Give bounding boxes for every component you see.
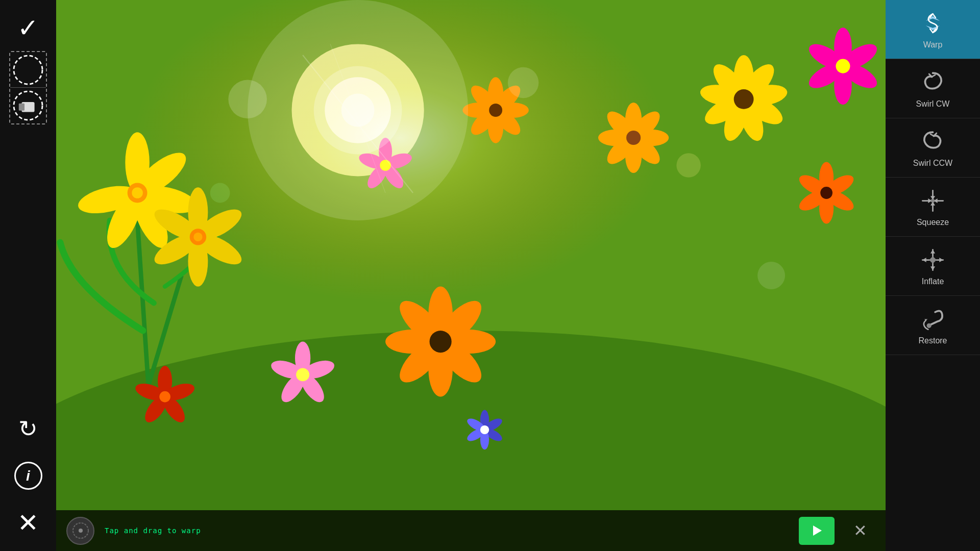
swirl-ccw-label: Swirl CCW: [913, 159, 952, 168]
svg-line-93: [330, 44, 385, 193]
svg-point-61: [158, 366, 172, 396]
svg-point-64: [141, 392, 170, 425]
canvas-image: [56, 0, 886, 551]
warp-tool-button[interactable]: Warp: [886, 0, 980, 59]
svg-point-124: [931, 199, 935, 203]
svg-point-26: [193, 233, 202, 241]
svg-point-111: [210, 183, 230, 203]
squeeze-label: Squeeze: [917, 218, 949, 227]
left-bottom-controls: ↻ i ✕: [10, 411, 46, 541]
svg-point-0: [14, 56, 42, 84]
svg-point-98: [796, 187, 830, 215]
inflate-button[interactable]: Inflate: [886, 237, 980, 296]
svg-point-95: [823, 171, 856, 199]
cancel-button[interactable]: ✕: [10, 505, 46, 541]
svg-point-21: [193, 229, 246, 270]
circle-brush-button[interactable]: [10, 52, 46, 88]
svg-point-42: [625, 103, 642, 138]
hint-text: Tap and drag to warp: [105, 527, 789, 535]
svg-point-22: [188, 237, 208, 286]
swirl-cw-button[interactable]: Swirl CW: [886, 59, 980, 118]
svg-point-24: [150, 204, 203, 245]
svg-marker-126: [930, 266, 935, 270]
right-sidebar: Warp Swirl CW Swirl CCW: [886, 0, 980, 551]
svg-point-110: [676, 153, 701, 178]
svg-point-17: [128, 183, 148, 203]
svg-point-101: [834, 28, 852, 66]
svg-line-10: [149, 276, 182, 386]
main-canvas[interactable]: Tap and drag to warp ✕: [56, 0, 886, 551]
svg-point-78: [465, 416, 487, 433]
svg-point-67: [295, 342, 310, 375]
svg-point-85: [393, 333, 449, 389]
svg-point-23: [150, 229, 203, 270]
svg-point-134: [927, 323, 932, 328]
svg-point-14: [127, 188, 175, 253]
svg-point-18: [132, 187, 143, 198]
svg-point-53: [742, 82, 789, 109]
warp-label: Warp: [923, 40, 943, 49]
svg-point-103: [839, 59, 881, 93]
close-bottom-button[interactable]: ✕: [845, 517, 875, 545]
svg-point-7: [325, 77, 391, 143]
svg-point-19: [188, 187, 208, 237]
svg-point-69: [297, 370, 329, 406]
svg-point-68: [300, 357, 336, 382]
svg-point-77: [465, 426, 487, 443]
restore-button[interactable]: Restore: [886, 296, 980, 355]
svg-line-9: [137, 220, 149, 386]
svg-point-27: [488, 77, 503, 110]
info-button[interactable]: i: [14, 462, 42, 490]
svg-point-12: [130, 145, 192, 202]
svg-point-25: [190, 229, 206, 245]
svg-marker-128: [930, 249, 935, 253]
svg-point-40: [357, 151, 387, 171]
svg-point-56: [719, 96, 753, 144]
svg-point-86: [385, 330, 440, 354]
svg-rect-4: [56, 0, 886, 551]
swirl-ccw-button[interactable]: Swirl CCW: [886, 118, 980, 178]
apply-button[interactable]: [799, 517, 835, 545]
left-sidebar: ✓ ↻ i ✕: [0, 0, 56, 551]
squeeze-button[interactable]: Squeeze: [886, 178, 980, 237]
svg-point-89: [248, 0, 468, 220]
svg-point-37: [383, 151, 413, 171]
svg-point-54: [739, 91, 787, 130]
svg-point-36: [379, 138, 392, 165]
svg-point-44: [633, 130, 669, 146]
svg-point-41: [380, 160, 391, 171]
brush-selector: [9, 51, 47, 124]
svg-marker-130: [939, 258, 943, 262]
svg-point-100: [820, 187, 832, 199]
svg-point-94: [819, 162, 834, 193]
svg-point-31: [488, 110, 503, 143]
confirm-button[interactable]: ✓: [10, 10, 46, 46]
svg-point-82: [440, 330, 496, 354]
svg-point-15: [100, 188, 148, 253]
svg-point-32: [467, 105, 501, 139]
svg-point-63: [159, 392, 189, 425]
swirl-cw-label: Swirl CW: [916, 99, 950, 109]
svg-point-45: [628, 132, 665, 169]
svg-point-99: [796, 171, 830, 199]
svg-point-74: [482, 416, 504, 433]
svg-point-87: [393, 294, 449, 350]
svg-point-65: [133, 381, 167, 404]
svg-point-28: [490, 81, 524, 115]
svg-point-57: [701, 91, 749, 130]
eraser-brush-button[interactable]: [10, 88, 46, 123]
svg-point-83: [432, 333, 488, 389]
refresh-button[interactable]: ↻: [10, 411, 46, 446]
svg-point-96: [823, 187, 856, 215]
svg-point-38: [380, 161, 407, 191]
restore-label: Restore: [918, 336, 947, 345]
svg-point-60: [734, 89, 754, 109]
svg-point-84: [428, 342, 453, 397]
svg-point-30: [490, 105, 524, 139]
svg-point-76: [480, 430, 489, 449]
svg-point-29: [496, 103, 529, 118]
svg-point-47: [603, 132, 640, 169]
svg-marker-135: [924, 319, 927, 321]
svg-point-112: [757, 262, 785, 289]
svg-point-105: [805, 59, 847, 93]
